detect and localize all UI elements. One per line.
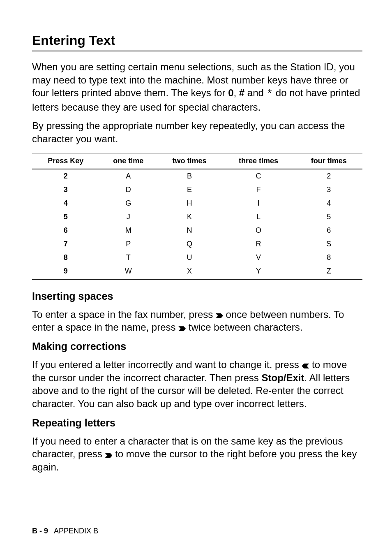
table-cell: 3 (295, 183, 362, 197)
arrow-right-icon (178, 326, 186, 331)
table-cell: Q (157, 237, 222, 251)
arrow-right-icon (216, 313, 223, 318)
heading-making-corrections: Making corrections (32, 341, 362, 352)
footer-appendix-label: APPENDIX B (54, 527, 98, 535)
table-row: 5JKL5 (32, 210, 362, 224)
table-cell: X (157, 264, 222, 279)
key-hash: # (239, 87, 244, 98)
spaces-seg0: To enter a space in the fax number, pres… (32, 309, 216, 320)
table-cell: P (99, 237, 157, 251)
table-cell: B (157, 169, 222, 183)
table-cell: 2 (32, 169, 99, 183)
table-row: 6MNO6 (32, 224, 362, 237)
page-content: Entering Text When you are setting certa… (0, 0, 392, 492)
table-row: 7PQRS (32, 237, 362, 251)
intro-paragraph-2: By pressing the appropriate number key r… (32, 119, 362, 145)
table-cell: 8 (295, 251, 362, 264)
paragraph-making-corrections: If you entered a letter incorrectly and … (32, 358, 362, 410)
table-cell: U (157, 251, 222, 264)
table-cell: 4 (295, 197, 362, 210)
table-cell: L (221, 210, 295, 224)
table-cell: J (99, 210, 157, 224)
table-cell: 7 (32, 237, 99, 251)
header-press-key: Press Key (32, 153, 99, 169)
table-cell: I (221, 197, 295, 210)
table-cell: H (157, 197, 222, 210)
table-row: 9WXYZ (32, 264, 362, 279)
intro1-seg4: and (244, 87, 266, 98)
header-two-times: two times (157, 153, 222, 169)
table-cell: 5 (295, 210, 362, 224)
table-body: 2ABC23DEF34GHI45JKL56MNO67PQRS8TUV89WXYZ (32, 169, 362, 279)
header-four-times: four times (295, 153, 362, 169)
table-cell: Z (295, 264, 362, 279)
heading-repeating-letters: Repeating letters (32, 417, 362, 429)
table-cell: 6 (32, 224, 99, 237)
heading-inserting-spaces: Inserting spaces (32, 290, 362, 302)
spaces-seg2: twice between characters. (186, 322, 302, 333)
table-cell: C (221, 169, 295, 183)
table-cell: 3 (32, 183, 99, 197)
table-cell: 2 (295, 169, 362, 183)
key-press-table: Press Key one time two times three times… (32, 153, 362, 280)
table-cell: V (221, 251, 295, 264)
table-cell: A (99, 169, 157, 183)
table-cell: F (221, 183, 295, 197)
header-one-time: one time (99, 153, 157, 169)
arrow-right-icon (105, 453, 112, 458)
arrow-left-icon (302, 364, 309, 368)
table-cell: D (99, 183, 157, 197)
table-cell: E (157, 183, 222, 197)
intro1-seg2: , (234, 87, 239, 98)
table-cell: W (99, 264, 157, 279)
table-cell: 8 (32, 251, 99, 264)
table-row: 2ABC2 (32, 169, 362, 183)
table-cell: 6 (295, 224, 362, 237)
stop-exit-label: Stop/Exit (262, 372, 304, 383)
star-icon: * (267, 87, 273, 101)
footer-page-number: B - 9 (32, 527, 48, 535)
key-zero: 0 (228, 87, 233, 98)
table-cell: G (99, 197, 157, 210)
table-cell: N (157, 224, 222, 237)
paragraph-repeating-letters: If you need to enter a character that is… (32, 435, 362, 474)
table-cell: 9 (32, 264, 99, 279)
table-header-row: Press Key one time two times three times… (32, 153, 362, 169)
page-title: Entering Text (32, 33, 362, 51)
table-cell: O (221, 224, 295, 237)
table-cell: T (99, 251, 157, 264)
table-cell: M (99, 224, 157, 237)
table-row: 8TUV8 (32, 251, 362, 264)
table-cell: S (295, 237, 362, 251)
paragraph-inserting-spaces: To enter a space in the fax number, pres… (32, 308, 362, 334)
corr-seg0: If you entered a letter incorrectly and … (32, 359, 302, 370)
table-row: 4GHI4 (32, 197, 362, 210)
table-cell: R (221, 237, 295, 251)
intro-paragraph-1: When you are setting certain menu select… (32, 60, 362, 114)
table-cell: 4 (32, 197, 99, 210)
table-row: 3DEF3 (32, 183, 362, 197)
table-cell: 5 (32, 210, 99, 224)
table-cell: Y (221, 264, 295, 279)
header-three-times: three times (221, 153, 295, 169)
page-footer: B - 9 APPENDIX B (32, 527, 98, 535)
table-cell: K (157, 210, 222, 224)
